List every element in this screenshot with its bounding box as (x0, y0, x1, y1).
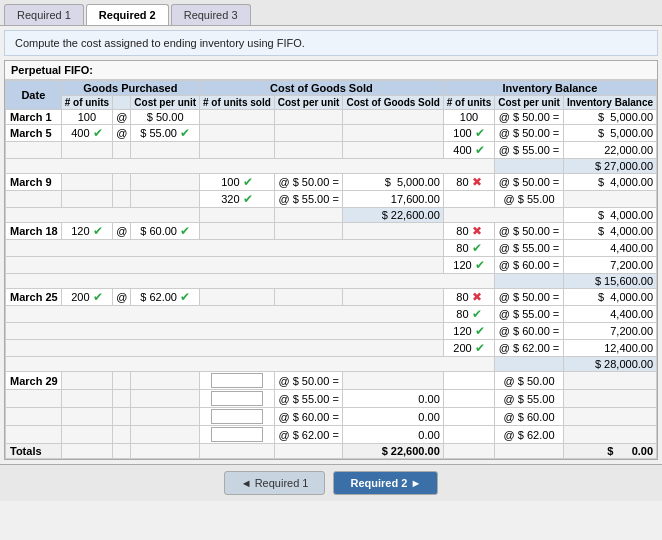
cell: 22,000.00 (563, 142, 656, 159)
cell: $ 60.00 ✔ (131, 223, 200, 240)
cell: @ $ 50.00 = (495, 223, 564, 240)
cell: @ (113, 289, 131, 306)
input-units-sold-r3[interactable] (211, 409, 263, 424)
check-icon: ✔ (472, 307, 482, 321)
cell (200, 125, 275, 142)
cell: @ (113, 125, 131, 142)
cell: @ $ 60.00 = (495, 257, 564, 274)
cell: 7,200.00 (563, 323, 656, 340)
cell (113, 390, 131, 408)
cell (200, 208, 275, 223)
table-row: 120 ✔ @ $ 60.00 = 7,200.00 (6, 323, 657, 340)
cell (200, 289, 275, 306)
check-icon: ✔ (243, 175, 253, 189)
cell: @ $ 60.00 = (274, 408, 343, 426)
cell (131, 408, 200, 426)
cell (495, 159, 564, 174)
cell (343, 125, 443, 142)
cell (61, 408, 112, 426)
check-icon: ✔ (93, 126, 103, 140)
table-row: $ 28,000.00 (6, 357, 657, 372)
tab-required3[interactable]: Required 3 (171, 4, 251, 25)
tab-required2[interactable]: Required 2 (86, 4, 169, 25)
cell[interactable] (200, 426, 275, 444)
cell (200, 142, 275, 159)
cell (495, 357, 564, 372)
cell: @ $ 55.00 = (495, 142, 564, 159)
cell: @ $ 55.00 (495, 191, 564, 208)
cell: @ $ 60.00 = (495, 323, 564, 340)
cell (61, 174, 112, 191)
cell (343, 142, 443, 159)
table-row: 80 ✔ @ $ 55.00 = 4,400.00 (6, 240, 657, 257)
cell (443, 191, 494, 208)
table-row: March 18 120 ✔ @ $ 60.00 ✔ 80 ✖ @ $ 50.0… (6, 223, 657, 240)
col-inv-units: # of units (443, 96, 494, 110)
check-icon: ✔ (93, 224, 103, 238)
cell (61, 444, 112, 459)
input-units-sold-r1[interactable] (211, 373, 263, 388)
cell[interactable] (200, 408, 275, 426)
totals-label: Totals (6, 444, 62, 459)
cell (443, 372, 494, 390)
tab-required1[interactable]: Required 1 (4, 4, 84, 25)
cell: 0.00 (343, 426, 443, 444)
cell (343, 289, 443, 306)
input-units-sold-r2[interactable] (211, 391, 263, 406)
cell: 4,400.00 (563, 240, 656, 257)
cell[interactable] (200, 390, 275, 408)
cell (6, 323, 444, 340)
cell: $ 4,000.00 (563, 223, 656, 240)
col-date: Date (6, 81, 62, 110)
cell (6, 208, 200, 223)
cell (6, 159, 495, 174)
cell (113, 408, 131, 426)
tabs-bar: Required 1 Required 2 Required 3 (0, 0, 662, 26)
check-icon: ✔ (472, 241, 482, 255)
cell: $ 5,000.00 (563, 110, 656, 125)
table-row: March 25 200 ✔ @ $ 62.00 ✔ 80 ✖ @ $ 50.0… (6, 289, 657, 306)
col-inv-cost-per-unit: Cost per unit (495, 96, 564, 110)
check-icon: ✔ (180, 224, 190, 238)
cell: $ 55.00 ✔ (131, 125, 200, 142)
cell: 0.00 (343, 408, 443, 426)
check-icon: ✔ (475, 126, 485, 140)
cell (443, 444, 494, 459)
cell: $ 4,000.00 (563, 289, 656, 306)
cell (113, 174, 131, 191)
cell (6, 390, 62, 408)
cell: 80 ✖ (443, 174, 494, 191)
date-march9: March 9 (6, 174, 62, 191)
next-button[interactable]: Required 2 ► (333, 471, 438, 495)
cell: $ 5,000.00 (343, 174, 443, 191)
prev-button[interactable]: ◄ Required 1 (224, 471, 326, 495)
cell: $ 5,000.00 (563, 125, 656, 142)
cell: 80 ✖ (443, 289, 494, 306)
cell: 100 (61, 110, 112, 125)
date-march1: March 1 (6, 110, 62, 125)
table-row: March 1 100 @ $ 50.00 100 @ $ 50.00 = $ … (6, 110, 657, 125)
cell: @ $ 50.00 = (495, 289, 564, 306)
cell (113, 372, 131, 390)
cell: @ $ 55.00 = (495, 240, 564, 257)
cell: @ $ 55.00 (495, 390, 564, 408)
cell: @ (113, 110, 131, 125)
cell (113, 426, 131, 444)
cell[interactable] (200, 372, 275, 390)
table-row: @ $ 55.00 = 0.00 @ $ 55.00 (6, 390, 657, 408)
cell (274, 208, 343, 223)
cell (443, 390, 494, 408)
x-icon: ✖ (472, 224, 482, 238)
cell (131, 174, 200, 191)
cell: $ 4,000.00 (563, 208, 656, 223)
cell (495, 274, 564, 289)
cell (131, 444, 200, 459)
cell (6, 191, 62, 208)
check-icon: ✔ (475, 341, 485, 355)
cell: 4,400.00 (563, 306, 656, 323)
input-units-sold-r4[interactable] (211, 427, 263, 442)
cell: 100 (443, 110, 494, 125)
table-row: March 5 400 ✔ @ $ 55.00 ✔ 100 ✔ @ $ 50.0… (6, 125, 657, 142)
cell (131, 390, 200, 408)
nav-buttons: ◄ Required 1 Required 2 ► (0, 464, 662, 501)
